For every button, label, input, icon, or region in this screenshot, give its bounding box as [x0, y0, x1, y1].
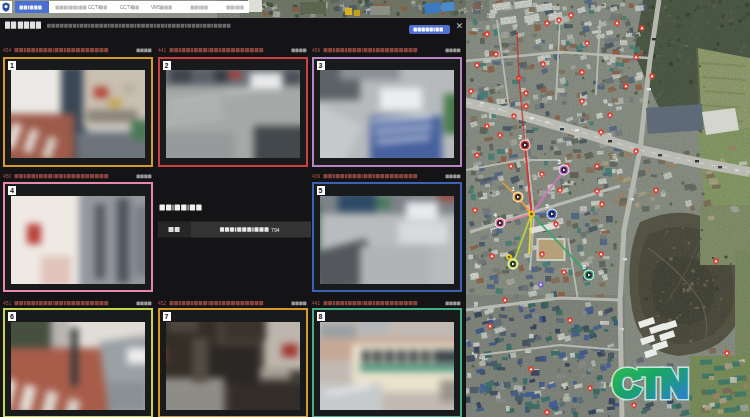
svg-text:452: 452	[158, 300, 167, 306]
svg-text:CCTV: CCTV	[88, 5, 101, 10]
svg-text:441: 441	[158, 47, 167, 53]
svg-text:441: 441	[312, 300, 321, 306]
svg-text:456: 456	[312, 47, 321, 53]
svg-text:451: 451	[3, 300, 12, 306]
svg-text:439: 439	[312, 173, 321, 179]
svg-text:454: 454	[3, 47, 12, 53]
svg-text:VMS: VMS	[151, 5, 161, 10]
svg-text:CTN: CTN	[613, 363, 687, 405]
svg-text:450: 450	[3, 173, 12, 179]
svg-text:794: 794	[271, 227, 280, 233]
svg-text:CCTV: CCTV	[120, 5, 133, 10]
